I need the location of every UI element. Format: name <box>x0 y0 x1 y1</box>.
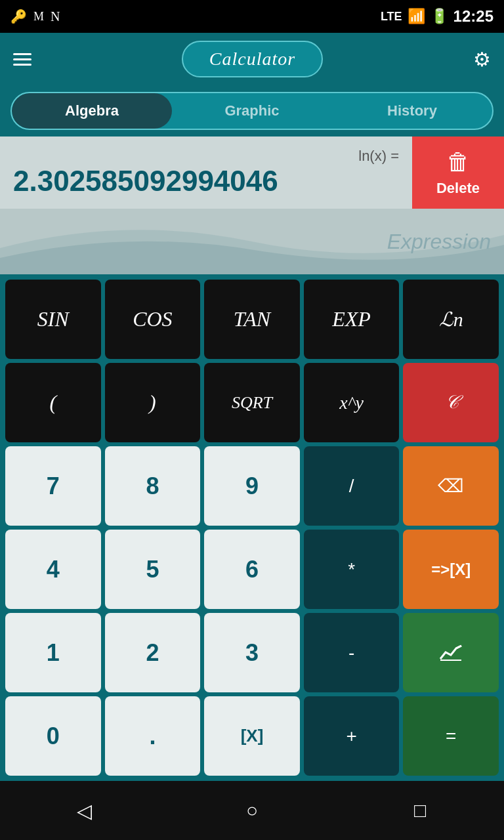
result-row: ln(x) = 2.302585092994046 🗑 Delete <box>0 136 504 209</box>
status-bar: 🔑 M N LTE 📶 🔋 12:25 <box>0 0 504 33</box>
power-key[interactable]: x^y <box>304 363 400 442</box>
zero-key[interactable]: 0 <box>5 696 101 776</box>
four-key[interactable]: 4 <box>5 530 101 609</box>
tan-key[interactable]: TAN <box>204 280 300 359</box>
home-button[interactable]: ○ <box>236 794 268 827</box>
expression-label: ln(x) = <box>13 148 399 165</box>
delete-label: Delete <box>436 180 480 197</box>
tab-bar: Algebra Graphic History <box>0 85 504 136</box>
keypad-row-2: ( ) SQRT x^y 𝒞 <box>5 363 499 442</box>
result-content: ln(x) = 2.302585092994046 <box>0 136 412 209</box>
tab-algebra[interactable]: Algebra <box>12 93 172 129</box>
tab-graphic[interactable]: Graphic <box>172 93 332 129</box>
backspace-key[interactable]: ⌫ <box>403 446 499 526</box>
multiply-key[interactable]: * <box>304 530 400 609</box>
keypad-row-5: 1 2 3 - <box>5 613 499 692</box>
signal-icon: 📶 <box>408 8 425 25</box>
status-time: 12:25 <box>453 7 494 26</box>
store-key[interactable]: =>[X] <box>403 530 499 609</box>
sqrt-key[interactable]: SQRT <box>204 363 300 442</box>
notification-icon: N <box>51 9 60 24</box>
variable-key[interactable]: [X] <box>204 696 300 776</box>
equals-key[interactable]: = <box>403 696 499 776</box>
gmail-icon: M <box>33 10 44 24</box>
divide-key[interactable]: / <box>304 446 400 526</box>
nine-key[interactable]: 9 <box>204 446 300 526</box>
app-title-container: Calculator <box>182 41 323 77</box>
bottom-nav: ◁ ○ □ <box>0 781 504 840</box>
keypad-row-3: 7 8 9 / ⌫ <box>5 446 499 526</box>
exp-key[interactable]: EXP <box>304 280 400 359</box>
expression-area: Expression <box>0 209 504 274</box>
display-area: ln(x) = 2.302585092994046 🗑 Delete <box>0 136 504 209</box>
status-right-icons: LTE 📶 🔋 12:25 <box>381 7 494 26</box>
back-button[interactable]: ◁ <box>68 794 100 827</box>
sin-key[interactable]: SIN <box>5 280 101 359</box>
delete-button[interactable]: 🗑 Delete <box>412 136 504 209</box>
settings-button[interactable]: ⚙ <box>473 48 491 71</box>
keypad: SIN COS TAN EXP ℒn ( ) SQRT x^y 𝒞 7 8 9 … <box>0 274 504 781</box>
five-key[interactable]: 5 <box>105 530 201 609</box>
chart-key[interactable] <box>403 613 499 692</box>
subtract-key[interactable]: - <box>304 613 400 692</box>
key-icon: 🔑 <box>10 9 27 24</box>
menu-button[interactable] <box>13 53 32 66</box>
result-value: 2.302585092994046 <box>13 165 399 198</box>
seven-key[interactable]: 7 <box>5 446 101 526</box>
eight-key[interactable]: 8 <box>105 446 201 526</box>
keypad-row-6: 0 . [X] + = <box>5 696 499 776</box>
app-title: Calculator <box>209 49 295 69</box>
clear-key[interactable]: 𝒞 <box>403 363 499 442</box>
status-left-icons: 🔑 M N <box>10 9 60 24</box>
close-paren-key[interactable]: ) <box>105 363 201 442</box>
recent-button[interactable]: □ <box>404 794 436 827</box>
app-header: Calculator ⚙ <box>0 33 504 85</box>
trash-icon: 🗑 <box>446 148 470 176</box>
ln-key[interactable]: ℒn <box>403 280 499 359</box>
tab-history[interactable]: History <box>332 93 492 129</box>
keypad-row-1: SIN COS TAN EXP ℒn <box>5 280 499 359</box>
add-key[interactable]: + <box>304 696 400 776</box>
battery-icon: 🔋 <box>430 8 448 25</box>
tab-bar-inner: Algebra Graphic History <box>10 92 494 130</box>
lte-icon: LTE <box>381 10 402 24</box>
open-paren-key[interactable]: ( <box>5 363 101 442</box>
three-key[interactable]: 3 <box>204 613 300 692</box>
expression-placeholder: Expression <box>387 230 491 254</box>
keypad-row-4: 4 5 6 * =>[X] <box>5 530 499 609</box>
cos-key[interactable]: COS <box>105 280 201 359</box>
one-key[interactable]: 1 <box>5 613 101 692</box>
six-key[interactable]: 6 <box>204 530 300 609</box>
decimal-key[interactable]: . <box>105 696 201 776</box>
two-key[interactable]: 2 <box>105 613 201 692</box>
